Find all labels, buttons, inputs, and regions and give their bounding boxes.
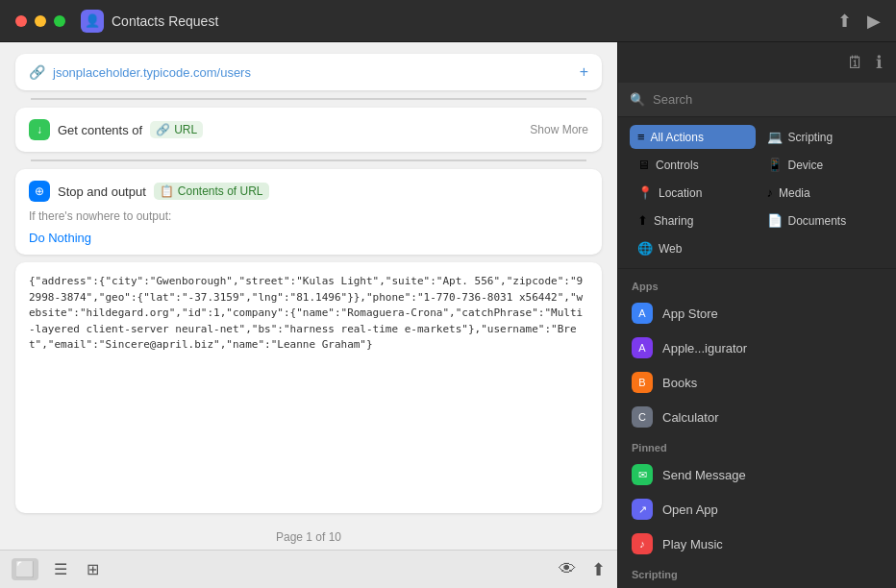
category-documents[interactable]: 📄 Documents [759, 208, 885, 233]
controls-icon: 🖥 [637, 158, 650, 172]
device-icon: 📱 [767, 158, 783, 172]
divider-2 [31, 159, 586, 161]
upload-button[interactable]: ⬆ [837, 11, 852, 32]
books-label: Books [662, 376, 697, 390]
url-text: jsonplaceholder.typicode.com/users [53, 65, 572, 80]
close-button[interactable] [15, 15, 27, 27]
send-message-icon: ✉ [632, 464, 653, 485]
open-app-label: Open App [662, 502, 718, 517]
calendar-icon[interactable]: 🗓 [847, 53, 864, 73]
category-web[interactable]: 🌐 Web [630, 236, 756, 260]
right-panel: 🗓 ℹ 🔍 ≡ All Actions 💻 Scripting 🖥 Contro… [617, 42, 896, 588]
json-text: {"address":{"city":"Gwenborough","street… [29, 274, 588, 502]
documents-label: Documents [788, 214, 847, 228]
view-square-button[interactable]: ⬜ [12, 558, 38, 580]
titlebar: 👤 Contacts Request ⬆ ▶ [0, 0, 896, 42]
category-controls[interactable]: 🖥 Controls [630, 153, 756, 177]
section-pinned: Pinned [618, 434, 896, 457]
action-app-store[interactable]: A App Store [618, 296, 896, 331]
url-param-icon: 🔗 [156, 123, 170, 136]
stop-label: Stop and output [58, 184, 146, 199]
bottom-right-actions: 👁 ⬆ [559, 559, 606, 580]
category-sharing[interactable]: ⬆ Sharing [630, 208, 756, 233]
category-device[interactable]: 📱 Device [759, 153, 885, 177]
play-button[interactable]: ▶ [867, 11, 881, 32]
app-store-icon: A [632, 303, 653, 324]
main-content: 🔗 jsonplaceholder.typicode.com/users + ↓… [0, 42, 896, 588]
media-label: Media [779, 186, 810, 200]
stop-icon: ⊕ [29, 181, 50, 202]
share-icon[interactable]: ⬆ [591, 559, 606, 580]
all-actions-icon: ≡ [637, 130, 645, 144]
stop-param-icon: 📋 [160, 184, 174, 198]
category-media[interactable]: ♪ Media [759, 181, 885, 205]
section-scripting: Scripting [618, 561, 896, 584]
get-contents-label: Get contents of [58, 123, 142, 137]
stop-param-text: Contents of URL [178, 184, 263, 198]
location-icon: 📍 [637, 185, 653, 200]
search-input[interactable] [653, 92, 884, 107]
traffic-lights [15, 15, 65, 27]
bottom-toolbar: ⬜ ☰ ⊞ 👁 ⬆ [0, 550, 617, 588]
view-grid-button[interactable]: ⊞ [83, 558, 103, 580]
category-location[interactable]: 📍 Location [630, 181, 756, 205]
url-bar[interactable]: 🔗 jsonplaceholder.typicode.com/users + [15, 54, 602, 90]
titlebar-actions: ⬆ ▶ [837, 11, 881, 32]
action-books[interactable]: B Books [618, 365, 896, 400]
categories-grid: ≡ All Actions 💻 Scripting 🖥 Controls 📱 D… [618, 117, 896, 269]
calculator-icon: C [632, 406, 653, 428]
action-send-message[interactable]: ✉ Send Message [618, 457, 896, 492]
action-play-music[interactable]: ♪ Play Music [618, 527, 896, 561]
books-icon: B [632, 372, 653, 393]
view-list-button[interactable]: ☰ [50, 558, 71, 580]
link-icon: 🔗 [29, 64, 45, 80]
sharing-label: Sharing [654, 214, 693, 228]
location-label: Location [659, 186, 702, 200]
actions-list: Apps A App Store A Apple...igurator B Bo… [618, 269, 896, 588]
eye-icon[interactable]: 👁 [559, 559, 576, 579]
send-message-label: Send Message [662, 468, 746, 482]
minimize-button[interactable] [35, 15, 46, 27]
show-more-button[interactable]: Show More [530, 123, 588, 136]
play-music-icon: ♪ [632, 533, 653, 554]
json-output-block: {"address":{"city":"Gwenborough","street… [15, 262, 602, 513]
search-icon: 🔍 [630, 92, 645, 107]
sharing-icon: ⬆ [637, 213, 648, 228]
apple-igurator-label: Apple...igurator [662, 341, 747, 355]
stop-subtext: If there's nowhere to output: [15, 209, 602, 227]
action-comment[interactable]: ≡ Comment [618, 584, 896, 588]
play-music-label: Play Music [662, 537, 723, 551]
get-contents-block[interactable]: ↓ Get contents of 🔗 URL Show More [15, 108, 602, 152]
search-container: 🔍 [618, 83, 896, 117]
get-contents-icon: ↓ [29, 119, 50, 140]
app-icon: 👤 [81, 10, 104, 33]
category-scripting[interactable]: 💻 Scripting [759, 125, 885, 149]
stop-param: 📋 Contents of URL [154, 183, 269, 200]
apple-igurator-icon: A [632, 337, 653, 358]
divider-1 [31, 98, 586, 100]
web-label: Web [659, 242, 682, 256]
left-panel: 🔗 jsonplaceholder.typicode.com/users + ↓… [0, 42, 617, 588]
device-label: Device [788, 159, 824, 172]
action-calculator[interactable]: C Calculator [618, 400, 896, 434]
all-actions-label: All Actions [651, 131, 704, 144]
info-icon[interactable]: ℹ [876, 52, 883, 73]
calculator-label: Calculator [662, 410, 719, 425]
actions-container: 🔗 jsonplaceholder.typicode.com/users + ↓… [0, 42, 617, 525]
stop-output-block[interactable]: ⊕ Stop and output 📋 Contents of URL If t… [15, 169, 602, 255]
media-icon: ♪ [767, 185, 774, 200]
category-all-actions[interactable]: ≡ All Actions [630, 125, 756, 149]
add-url-button[interactable]: + [580, 63, 588, 81]
get-contents-param: 🔗 URL [150, 121, 203, 138]
do-nothing-button[interactable]: Do Nothing [15, 227, 602, 255]
action-open-app[interactable]: ↗ Open App [618, 492, 896, 527]
controls-label: Controls [656, 159, 699, 172]
get-contents-header: ↓ Get contents of 🔗 URL Show More [29, 119, 588, 140]
web-icon: 🌐 [637, 241, 653, 256]
open-app-icon: ↗ [632, 499, 653, 520]
maximize-button[interactable] [54, 15, 65, 27]
section-apps: Apps [618, 273, 896, 296]
view-buttons: ⬜ ☰ ⊞ [12, 558, 103, 580]
app-store-label: App Store [662, 306, 718, 321]
action-apple-igurator[interactable]: A Apple...igurator [618, 331, 896, 365]
